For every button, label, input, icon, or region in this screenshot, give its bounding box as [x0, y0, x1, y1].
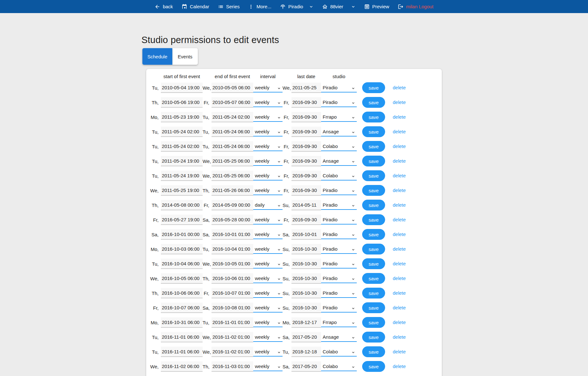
interval-select[interactable]: weekly	[253, 186, 283, 195]
save-button[interactable]: save	[362, 156, 385, 166]
save-button[interactable]: save	[362, 82, 385, 93]
end-datetime-input[interactable]	[212, 141, 253, 151]
studio-select[interactable]: Piradio	[321, 186, 357, 195]
start-datetime-input[interactable]	[161, 156, 203, 166]
last-date-input[interactable]	[291, 332, 321, 342]
studio-select[interactable]: Piradio	[321, 215, 357, 225]
start-datetime-input[interactable]	[161, 185, 203, 195]
end-datetime-input[interactable]	[212, 83, 253, 93]
delete-link[interactable]: delete	[393, 188, 406, 193]
save-button[interactable]: save	[362, 185, 385, 196]
last-date-input[interactable]	[291, 317, 321, 328]
delete-link[interactable]: delete	[393, 232, 406, 237]
last-date-input[interactable]	[291, 244, 321, 254]
start-datetime-input[interactable]	[161, 83, 203, 93]
save-button[interactable]: save	[362, 346, 385, 357]
nav-calendar[interactable]: Calendar	[182, 4, 209, 10]
save-button[interactable]: save	[362, 170, 385, 181]
studio-select[interactable]: Colabo	[321, 171, 357, 181]
last-date-input[interactable]	[291, 97, 321, 107]
save-button[interactable]: save	[362, 332, 385, 343]
delete-link[interactable]: delete	[393, 173, 406, 178]
interval-select[interactable]: weekly	[253, 142, 283, 151]
last-date-input[interactable]	[291, 215, 321, 225]
delete-link[interactable]: delete	[393, 364, 406, 369]
studio-select[interactable]: Piradio	[321, 288, 357, 298]
interval-select[interactable]: weekly	[253, 156, 283, 166]
studio-select[interactable]: Ansage	[321, 332, 357, 342]
save-button[interactable]: save	[362, 273, 385, 284]
end-datetime-input[interactable]	[212, 244, 253, 254]
start-datetime-input[interactable]	[161, 244, 203, 254]
delete-link[interactable]: delete	[393, 100, 406, 105]
studio-select[interactable]: Piradio	[321, 244, 357, 254]
studio-select[interactable]: Piradio	[321, 200, 357, 210]
end-datetime-input[interactable]	[212, 259, 253, 269]
studio-select[interactable]: Piradio	[321, 259, 357, 269]
end-datetime-input[interactable]	[212, 127, 253, 137]
last-date-input[interactable]	[291, 200, 321, 210]
save-button[interactable]: save	[362, 97, 385, 108]
end-datetime-input[interactable]	[212, 273, 253, 284]
end-datetime-input[interactable]	[212, 215, 253, 225]
interval-select[interactable]: weekly	[253, 112, 283, 122]
interval-select[interactable]: weekly	[253, 274, 283, 283]
save-button[interactable]: save	[362, 288, 385, 299]
interval-select[interactable]: weekly	[253, 230, 283, 239]
end-datetime-input[interactable]	[212, 317, 253, 328]
studio-select[interactable]: Colabo	[321, 362, 357, 371]
delete-link[interactable]: delete	[393, 305, 406, 310]
last-date-input[interactable]	[291, 185, 321, 195]
start-datetime-input[interactable]	[161, 141, 203, 151]
end-datetime-input[interactable]	[212, 229, 253, 240]
last-date-input[interactable]	[291, 361, 321, 372]
start-datetime-input[interactable]	[161, 259, 203, 269]
studio-select[interactable]: Piradio	[321, 274, 357, 283]
end-datetime-input[interactable]	[212, 200, 253, 210]
delete-link[interactable]: delete	[393, 114, 406, 120]
start-datetime-input[interactable]	[161, 215, 203, 225]
last-date-input[interactable]	[291, 171, 321, 181]
start-datetime-input[interactable]	[161, 97, 203, 107]
studio-select[interactable]: Piradio	[321, 83, 357, 92]
save-button[interactable]: save	[362, 141, 385, 152]
delete-link[interactable]: delete	[393, 202, 406, 208]
save-button[interactable]: save	[362, 200, 385, 210]
delete-link[interactable]: delete	[393, 246, 406, 252]
last-date-input[interactable]	[291, 141, 321, 151]
interval-select[interactable]: weekly	[253, 332, 283, 342]
delete-link[interactable]: delete	[393, 129, 406, 134]
interval-select[interactable]: weekly	[253, 288, 283, 298]
last-date-input[interactable]	[291, 127, 321, 137]
delete-link[interactable]: delete	[393, 349, 406, 354]
interval-select[interactable]: weekly	[253, 362, 283, 371]
studio-select[interactable]: Ansage	[321, 127, 357, 136]
start-datetime-input[interactable]	[161, 347, 203, 357]
start-datetime-input[interactable]	[161, 171, 203, 181]
tab-schedule[interactable]: Schedule	[142, 48, 172, 65]
save-button[interactable]: save	[362, 244, 385, 254]
chevron-down-icon[interactable]	[351, 4, 355, 9]
save-button[interactable]: save	[362, 258, 385, 269]
save-button[interactable]: save	[362, 361, 385, 372]
end-datetime-input[interactable]	[212, 171, 253, 181]
last-date-input[interactable]	[291, 112, 321, 122]
delete-link[interactable]: delete	[393, 320, 406, 325]
studio-select[interactable]: Piradio	[321, 230, 357, 239]
interval-select[interactable]: weekly	[253, 347, 283, 357]
nav-more[interactable]: More...	[248, 4, 271, 10]
end-datetime-input[interactable]	[212, 303, 253, 313]
save-button[interactable]: save	[362, 214, 385, 225]
delete-link[interactable]: delete	[393, 290, 406, 296]
delete-link[interactable]: delete	[393, 144, 406, 149]
end-datetime-input[interactable]	[212, 332, 253, 342]
interval-select[interactable]: weekly	[253, 259, 283, 269]
studio-select[interactable]: Piradio	[321, 98, 357, 107]
studio-select[interactable]: Ansage	[321, 156, 357, 166]
save-button[interactable]: save	[362, 317, 385, 328]
nav-back[interactable]: back	[154, 4, 173, 10]
nav-piradio[interactable]: Piradio	[280, 4, 303, 10]
end-datetime-input[interactable]	[212, 97, 253, 107]
nav-series[interactable]: Series	[218, 4, 240, 10]
end-datetime-input[interactable]	[212, 185, 253, 195]
